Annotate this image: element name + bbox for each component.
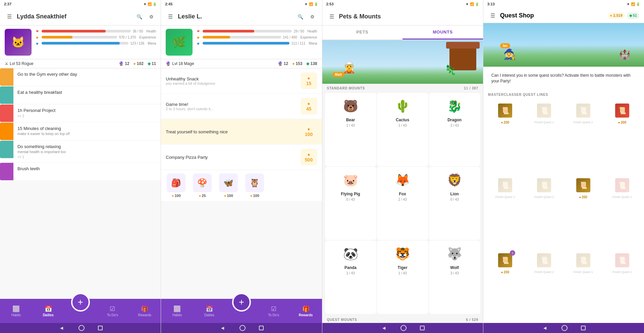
quest-scroll-6: 📜 bbox=[535, 177, 553, 194]
filter-btn-2[interactable] bbox=[308, 12, 317, 21]
menu-icon-2[interactable] bbox=[166, 12, 175, 21]
nav-rewards-1[interactable]: 🎁 Rewards bbox=[128, 299, 161, 323]
reward-item-3: Treat yourself to something nice ● 100 bbox=[161, 119, 322, 144]
task-title-1: Go to the Gym every other day bbox=[17, 72, 157, 77]
back-btn-2[interactable]: ◀ bbox=[219, 325, 226, 331]
quest-mounts-count: 6 / 529 bbox=[466, 318, 478, 322]
todos-icon-2: ☑ bbox=[271, 305, 276, 313]
task-item-3: 1h Personal Project >> 2 bbox=[0, 105, 161, 122]
task-bar-6 bbox=[0, 163, 13, 180]
cost-label-1: 15 bbox=[306, 81, 312, 86]
nav-todos-2[interactable]: ☑ To Do's bbox=[258, 299, 290, 323]
mount-wolf[interactable]: 🐺 Wolf 3 / 43 bbox=[429, 241, 480, 314]
mount-cactus[interactable]: 🌵 Cactus 1 / 43 bbox=[377, 93, 428, 166]
exp-label-1: 570 / 1,370 bbox=[119, 36, 136, 39]
home-btn-3[interactable] bbox=[400, 325, 407, 331]
quest-label-10: Finish Quest 2 bbox=[534, 270, 554, 274]
reward-img-2: 🍄 bbox=[193, 174, 212, 192]
reward-gear-4[interactable]: 🦉 ● 100 bbox=[243, 174, 266, 198]
menu-icon-4[interactable] bbox=[488, 11, 497, 20]
scroll-red-1: 📜 bbox=[615, 104, 629, 118]
search-btn-1[interactable] bbox=[135, 12, 144, 21]
quest-barrel: 🏰 bbox=[619, 49, 631, 60]
status-bar-3: 2:53 ▼ 📶 🔋 bbox=[322, 0, 483, 8]
recents-btn-1[interactable] bbox=[98, 326, 103, 330]
search-btn-2[interactable] bbox=[296, 12, 305, 21]
mana-text-2: Mana bbox=[309, 42, 317, 45]
reward-gear-1[interactable]: 🎒 ● 100 bbox=[164, 174, 188, 198]
mount-panda[interactable]: 🐼 Panda 1 / 43 bbox=[325, 241, 376, 314]
quest-card-1[interactable]: 📜 ● 200 bbox=[487, 99, 524, 172]
nav-rewards-2[interactable]: 🎁 Rewards bbox=[290, 299, 322, 323]
orb-icon-2: 🔮 bbox=[278, 61, 283, 66]
dragon-count: 2 / 43 bbox=[450, 124, 459, 127]
nav-fab-1[interactable]: + bbox=[71, 293, 90, 312]
task-item-5: Do something relaxing mental health is i… bbox=[0, 141, 161, 162]
back-btn-4[interactable]: ◀ bbox=[541, 325, 548, 331]
flyingpig-img: 🐷 bbox=[340, 170, 361, 190]
quest-card-7[interactable]: 📜 ● 200 bbox=[565, 174, 601, 247]
tab-pets[interactable]: PETS bbox=[322, 25, 403, 40]
back-btn-1[interactable]: ◀ bbox=[58, 325, 65, 331]
nav-habits-1[interactable]: ⬜ Habits bbox=[0, 299, 32, 323]
reward-content-4: Company Pizza Party bbox=[166, 155, 298, 160]
phone-bar-2: ◀ bbox=[161, 323, 322, 333]
filter-btn-1[interactable] bbox=[147, 12, 156, 21]
menu-icon-1[interactable] bbox=[5, 12, 14, 21]
wifi-icon-4: ▼ bbox=[627, 2, 630, 6]
reward-item-2: Game time! 2 to 3 hours, don't overdo it… bbox=[161, 94, 322, 119]
avatar-img-1: 🐱 bbox=[5, 29, 32, 56]
bear-img: 🐻 bbox=[340, 96, 361, 116]
reward-gear-2[interactable]: 🍄 ● 25 bbox=[191, 174, 214, 198]
home-btn-2[interactable] bbox=[239, 325, 246, 331]
pet-character: 🦎 bbox=[444, 64, 456, 75]
reward-gear-3[interactable]: 🦋 ● 100 bbox=[217, 174, 240, 198]
todos-icon-1: ☑ bbox=[110, 305, 115, 313]
recents-btn-2[interactable] bbox=[259, 326, 264, 330]
task-content-3: 1h Personal Project >> 2 bbox=[13, 105, 161, 121]
recents-btn-3[interactable] bbox=[420, 326, 425, 330]
cost-q7: 200 bbox=[582, 195, 587, 199]
nav-todos-1[interactable]: ☑ To Do's bbox=[97, 299, 129, 323]
recents-btn-4[interactable] bbox=[581, 326, 586, 330]
mount-dragon[interactable]: 🐉 Dragon 2 / 43 bbox=[429, 93, 480, 166]
quest-scroll-12: 📜 bbox=[613, 252, 631, 269]
home-btn-4[interactable] bbox=[561, 325, 568, 331]
mount-tiger[interactable]: 🐯 Tiger 1 / 43 bbox=[377, 241, 428, 314]
quest-card-9[interactable]: 📜 1 ● 200 bbox=[487, 249, 524, 322]
dailies-label-2: Dailies bbox=[204, 313, 214, 317]
reward-content-3: Treat yourself to something nice bbox=[166, 129, 298, 134]
mage-icon: 🔮 bbox=[166, 61, 171, 66]
nav-dailies-2[interactable]: 📅 Dailies bbox=[193, 299, 225, 323]
nav-dailies-1[interactable]: 📅 Dailies bbox=[32, 299, 64, 323]
quest-card-11: 📜 Finish Quest 1 bbox=[565, 249, 601, 322]
reward-content-2: Game time! 2 to 3 hours, don't overdo it… bbox=[166, 102, 298, 111]
todos-label-2: To Do's bbox=[268, 313, 279, 317]
cactus-img: 🌵 bbox=[392, 96, 413, 116]
mount-lion[interactable]: 🦁 Lion 0 / 43 bbox=[429, 167, 480, 240]
home-btn-1[interactable] bbox=[78, 325, 85, 331]
nav-habits-2[interactable]: ⬜ Habits bbox=[161, 299, 193, 323]
coin-g2: ● bbox=[199, 194, 201, 198]
standard-mounts-label: STANDARD MOUNTS bbox=[327, 86, 365, 90]
dailies-icon-2: 📅 bbox=[206, 305, 213, 313]
tab-mounts[interactable]: MOUNTS bbox=[402, 25, 483, 40]
quest-label-2: Finish Quest 1 bbox=[534, 121, 554, 124]
quest-card-8: 📜 Finish Quest 1 bbox=[604, 174, 641, 247]
menu-icon-3[interactable] bbox=[327, 12, 336, 21]
reward-items-grid: 🎒 ● 100 🍄 ● 25 🦋 ● 100 bbox=[161, 170, 322, 201]
panel-lydda: 2:37 ▼ 📶 🔋 Lydda Sneakthief 🐱 36 / 50 He… bbox=[0, 0, 161, 333]
task-item-2: Eat a healthy breakfast bbox=[0, 86, 161, 104]
mount-flyingpig[interactable]: 🐷 Flying Pig 0 / 43 bbox=[325, 167, 376, 240]
back-btn-3[interactable]: ◀ bbox=[380, 325, 387, 331]
nav-fab-2[interactable]: + bbox=[232, 293, 251, 312]
reward-title-3: Treat yourself to something nice bbox=[166, 129, 298, 134]
coin-icon-r3: ● bbox=[307, 126, 310, 132]
mount-bear[interactable]: 🐻 Bear 1 / 43 bbox=[325, 93, 376, 166]
task-content-4: 15 Minutes of cleaning make it easier to… bbox=[13, 123, 161, 139]
exp-text-2: Experience bbox=[300, 36, 317, 39]
quest-card-4[interactable]: 📜 ● 200 bbox=[604, 99, 641, 172]
rewards-label-2: Rewards bbox=[299, 313, 313, 317]
quest-cost-9: ● 200 bbox=[501, 270, 509, 274]
mount-fox[interactable]: 🦊 Fox 2 / 43 bbox=[377, 167, 428, 240]
